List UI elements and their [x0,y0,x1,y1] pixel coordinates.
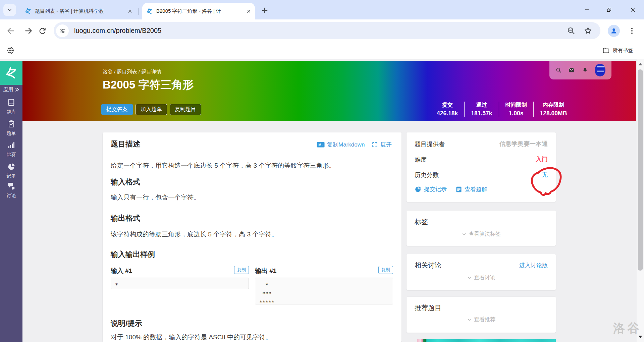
records-link[interactable]: 提交记录 [415,185,447,193]
sidebar-item-label: 记录 [7,173,16,179]
minimize-button[interactable] [580,3,594,16]
chevron-down-icon [462,232,467,237]
luogu-watermark: 洛谷 [613,320,641,337]
copy-markdown-button[interactable]: M↓ 复制Markdown [317,141,365,149]
tab-title: B2005 字符三角形 - 洛谷 | 计 [156,8,243,14]
tab-search-button[interactable] [3,4,16,16]
copy-markdown-label: 复制Markdown [327,141,365,149]
sample-input-box: * [111,278,249,289]
luogu-favicon [25,8,32,14]
sidebar-item-problemset[interactable]: 题库 [0,98,22,115]
back-button[interactable] [6,26,15,36]
show-tags-link[interactable]: 查看算法标签 [407,231,556,238]
output-format-text: 该字符构成的等腰三角形，底边长 5 个字符，高 3 个字符。 [111,230,278,239]
globe-icon [6,46,14,55]
description-text: 给定一个字符，用它构造一个底边长 5 个字符，高 3 个字符的等腰字符三角形。 [111,161,335,170]
copy-output-button[interactable]: 复制 [378,266,393,274]
luogu-logo[interactable] [0,61,22,85]
difficulty-value: 入门 [415,155,548,163]
user-avatar[interactable] [595,64,605,76]
provider-value: 信息学奥赛一本通 [415,140,548,148]
search-icon[interactable] [555,66,561,74]
expand-button[interactable]: 展开 [372,141,392,149]
site-settings-button[interactable] [56,24,69,37]
sample-input-label: 输入 #1 [111,267,132,275]
sidebar-item-problem-lists[interactable]: 题单 [0,120,22,136]
notes-text: 对于 100% 的数据，输入的字符是 ASCII 中的可见字符。 [111,333,272,342]
expand-label: 展开 [380,141,392,149]
scrollbar-thumb[interactable] [638,69,643,271]
submit-answer-button[interactable]: 提交答案 [101,104,133,115]
sidebar-item-records[interactable]: 记录 [0,163,22,179]
copy-input-button[interactable]: 复制 [234,266,249,274]
person-icon [610,27,618,35]
url-text[interactable]: luogu.com.cn/problem/B2005 [74,27,567,35]
restore-icon [606,7,612,12]
tab-title: 题目列表 - 洛谷 | 计算机科学教 [35,8,124,14]
copy-problem-button[interactable]: 复制题目 [170,104,201,115]
tab-separator [138,8,139,15]
tab-problem-b2005[interactable]: B2005 字符三角形 - 洛谷 | 计 [142,3,255,19]
minimize-icon [584,7,590,12]
close-tab-icon[interactable] [247,9,251,13]
bookmark-star-icon[interactable] [584,26,592,35]
mail-icon[interactable] [568,66,575,74]
book-icon [7,98,15,107]
input-format-text: 输入只有一行，包含一个字符。 [111,193,200,202]
bookmark-globe[interactable] [6,46,14,55]
markdown-icon: M↓ [317,142,325,148]
close-tab-icon[interactable] [128,9,132,13]
stat-accepted: 通过 181.57k [464,102,498,117]
tune-icon [59,27,66,34]
all-bookmarks-label: 所有书签 [613,47,633,54]
restore-button[interactable] [602,3,616,16]
plus-icon [261,7,268,14]
reload-button[interactable] [38,26,47,36]
forward-arrow-icon [24,26,33,35]
show-recommend-link[interactable]: 查看推荐 [407,316,556,323]
scroll-up-arrow[interactable] [638,62,642,66]
clipboard-icon [7,120,15,128]
new-tab-button[interactable] [261,7,268,14]
bottom-banner-image[interactable] [417,339,556,342]
score-value: 无 [415,171,548,179]
banner-quick-actions [549,61,611,79]
sidebar-item-contests[interactable]: 比赛 [0,141,22,158]
close-icon [630,7,636,13]
discuss-card [407,254,556,290]
enter-discuss-link[interactable]: 进入讨论版 [415,262,548,269]
chevron-down-icon [467,275,472,280]
sample-output-label: 输出 #1 [255,267,276,275]
expand-icon [372,141,378,148]
sidebar-apps-toggle[interactable]: 应用 [0,87,22,93]
add-to-list-button[interactable]: 加入题单 [136,104,167,115]
problem-title: B2005 字符三角形 [103,77,194,93]
tags-card [407,211,556,246]
notes-heading: 说明/提示 [111,319,142,329]
all-bookmarks-button[interactable]: 所有书签 [602,47,633,54]
profile-avatar[interactable] [608,25,620,37]
browser-menu-button[interactable] [628,27,636,35]
tab-problem-list[interactable]: 题目列表 - 洛谷 | 计算机科学教 [21,3,136,19]
sidebar-item-label: 题库 [7,109,16,115]
banner-actions: 提交答案 加入题单 复制题目 [101,104,201,115]
zoom-out-icon[interactable] [567,26,576,35]
pie-chart-icon [415,186,422,193]
pie-chart-icon [7,163,15,171]
samples-heading: 输入输出样例 [111,249,155,260]
browser-window: 题目列表 - 洛谷 | 计算机科学教 B2005 字符三角形 - 洛谷 | 计 … [0,0,644,342]
address-bar[interactable]: luogu.com.cn/problem/B2005 [54,22,600,39]
breadcrumb[interactable]: 洛谷 / 题目列表 / 题目详情 [103,69,161,75]
stat-memory-limit: 内存限制 128.00MB [533,102,574,117]
forward-button[interactable] [24,26,33,36]
sidebar-item-discuss[interactable]: 讨论 [0,182,22,199]
show-discuss-link[interactable]: 查看讨论 [407,274,556,281]
problem-stats: 提交 426.18k 通过 181.57k 时间限制 1.00s 内存限制 12… [430,102,573,117]
close-window-button[interactable] [625,3,640,16]
back-arrow-icon [6,26,15,35]
solution-book-icon [455,186,462,193]
sidebar-item-label: 题单 [7,130,16,136]
sidebar-item-label: 讨论 [7,193,16,199]
bell-icon[interactable] [582,66,588,74]
solutions-link[interactable]: 查看题解 [455,185,487,193]
